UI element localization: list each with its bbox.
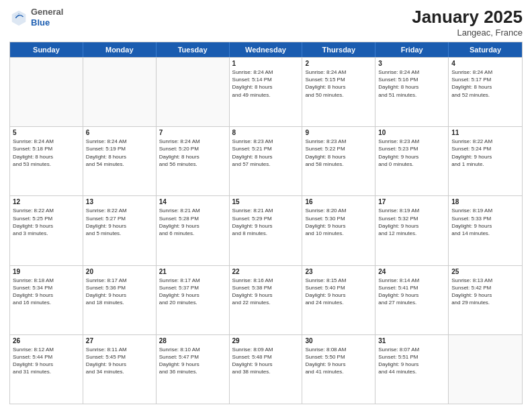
day-number: 22: [232, 268, 300, 275]
day-number: 16: [305, 198, 372, 205]
day-cell-3: 3Sunrise: 8:24 AM Sunset: 5:16 PM Daylig…: [375, 58, 449, 126]
day-cell-7: 7Sunrise: 8:24 AM Sunset: 5:20 PM Daylig…: [157, 127, 230, 195]
weekday-header-wednesday: Wednesday: [230, 42, 303, 57]
calendar-body: 1Sunrise: 8:24 AM Sunset: 5:14 PM Daylig…: [10, 57, 522, 404]
day-number: 24: [378, 268, 445, 275]
day-number: 25: [451, 268, 519, 275]
svg-marker-0: [12, 10, 26, 25]
day-cell-24: 24Sunrise: 8:14 AM Sunset: 5:41 PM Dayli…: [375, 266, 449, 334]
logo-blue: Blue: [31, 17, 50, 28]
day-cell-6: 6Sunrise: 8:24 AM Sunset: 5:19 PM Daylig…: [83, 127, 157, 195]
week-row-4: 26Sunrise: 8:12 AM Sunset: 5:44 PM Dayli…: [10, 334, 522, 404]
day-number: 23: [305, 268, 372, 275]
day-info: Sunrise: 8:12 AM Sunset: 5:44 PM Dayligh…: [13, 346, 80, 376]
empty-cell: [157, 58, 230, 126]
day-info: Sunrise: 8:22 AM Sunset: 5:27 PM Dayligh…: [86, 207, 153, 237]
day-number: 7: [159, 129, 226, 136]
day-cell-22: 22Sunrise: 8:16 AM Sunset: 5:38 PM Dayli…: [230, 266, 303, 334]
day-number: 18: [451, 198, 519, 205]
day-number: 21: [159, 268, 226, 275]
day-cell-26: 26Sunrise: 8:12 AM Sunset: 5:44 PM Dayli…: [10, 335, 83, 404]
day-cell-16: 16Sunrise: 8:20 AM Sunset: 5:30 PM Dayli…: [302, 196, 375, 265]
calendar-header: SundayMondayTuesdayWednesdayThursdayFrid…: [10, 42, 522, 57]
day-info: Sunrise: 8:24 AM Sunset: 5:16 PM Dayligh…: [378, 68, 445, 99]
day-info: Sunrise: 8:08 AM Sunset: 5:50 PM Dayligh…: [305, 346, 372, 376]
weekday-header-friday: Friday: [375, 42, 449, 57]
day-number: 5: [13, 129, 80, 136]
weekday-header-tuesday: Tuesday: [157, 42, 230, 57]
title-block: January 2025 Langeac, France: [412, 7, 523, 38]
calendar: SundayMondayTuesdayWednesdayThursdayFrid…: [9, 42, 523, 404]
day-info: Sunrise: 8:21 AM Sunset: 5:28 PM Dayligh…: [159, 207, 226, 237]
logo-text: General Blue: [31, 7, 63, 28]
day-number: 6: [86, 129, 153, 136]
day-info: Sunrise: 8:21 AM Sunset: 5:29 PM Dayligh…: [232, 207, 300, 237]
day-info: Sunrise: 8:22 AM Sunset: 5:25 PM Dayligh…: [13, 207, 80, 237]
day-number: 1: [232, 60, 300, 67]
week-row-2: 12Sunrise: 8:22 AM Sunset: 5:25 PM Dayli…: [10, 195, 522, 265]
weekday-header-monday: Monday: [83, 42, 157, 57]
day-cell-29: 29Sunrise: 8:09 AM Sunset: 5:48 PM Dayli…: [230, 335, 303, 404]
day-cell-14: 14Sunrise: 8:21 AM Sunset: 5:28 PM Dayli…: [157, 196, 230, 265]
day-info: Sunrise: 8:18 AM Sunset: 5:34 PM Dayligh…: [13, 277, 80, 307]
day-info: Sunrise: 8:24 AM Sunset: 5:14 PM Dayligh…: [232, 68, 300, 99]
day-cell-31: 31Sunrise: 8:07 AM Sunset: 5:51 PM Dayli…: [375, 335, 449, 404]
day-number: 26: [13, 337, 80, 345]
logo: General Blue: [9, 7, 63, 28]
day-info: Sunrise: 8:17 AM Sunset: 5:36 PM Dayligh…: [86, 277, 153, 307]
header: General Blue January 2025 Langeac, Franc…: [9, 7, 523, 38]
day-number: 13: [86, 198, 153, 205]
day-number: 27: [86, 337, 153, 345]
page: General Blue January 2025 Langeac, Franc…: [0, 0, 532, 411]
day-number: 4: [451, 60, 519, 67]
day-info: Sunrise: 8:07 AM Sunset: 5:51 PM Dayligh…: [378, 346, 445, 376]
day-number: 11: [451, 129, 519, 136]
day-info: Sunrise: 8:23 AM Sunset: 5:23 PM Dayligh…: [378, 138, 445, 168]
day-info: Sunrise: 8:13 AM Sunset: 5:42 PM Dayligh…: [451, 277, 519, 307]
day-info: Sunrise: 8:24 AM Sunset: 5:17 PM Dayligh…: [451, 68, 519, 99]
day-number: 8: [232, 129, 300, 136]
day-cell-18: 18Sunrise: 8:19 AM Sunset: 5:33 PM Dayli…: [449, 196, 522, 265]
day-info: Sunrise: 8:23 AM Sunset: 5:22 PM Dayligh…: [305, 138, 372, 168]
day-cell-21: 21Sunrise: 8:17 AM Sunset: 5:37 PM Dayli…: [157, 266, 230, 334]
week-row-3: 19Sunrise: 8:18 AM Sunset: 5:34 PM Dayli…: [10, 265, 522, 334]
day-cell-30: 30Sunrise: 8:08 AM Sunset: 5:50 PM Dayli…: [302, 335, 375, 404]
day-cell-8: 8Sunrise: 8:23 AM Sunset: 5:21 PM Daylig…: [230, 127, 303, 195]
day-cell-20: 20Sunrise: 8:17 AM Sunset: 5:36 PM Dayli…: [83, 266, 157, 334]
day-number: 17: [378, 198, 445, 205]
day-cell-13: 13Sunrise: 8:22 AM Sunset: 5:27 PM Dayli…: [83, 196, 157, 265]
location: Langeac, France: [412, 28, 523, 38]
day-cell-27: 27Sunrise: 8:11 AM Sunset: 5:45 PM Dayli…: [83, 335, 157, 404]
day-number: 12: [13, 198, 80, 205]
day-info: Sunrise: 8:19 AM Sunset: 5:32 PM Dayligh…: [378, 207, 445, 237]
day-cell-1: 1Sunrise: 8:24 AM Sunset: 5:14 PM Daylig…: [230, 58, 303, 126]
day-cell-19: 19Sunrise: 8:18 AM Sunset: 5:34 PM Dayli…: [10, 266, 83, 334]
week-row-0: 1Sunrise: 8:24 AM Sunset: 5:14 PM Daylig…: [10, 57, 522, 126]
day-number: 20: [86, 268, 153, 275]
day-info: Sunrise: 8:20 AM Sunset: 5:30 PM Dayligh…: [305, 207, 372, 237]
day-cell-4: 4Sunrise: 8:24 AM Sunset: 5:17 PM Daylig…: [449, 58, 522, 126]
day-info: Sunrise: 8:16 AM Sunset: 5:38 PM Dayligh…: [232, 277, 300, 307]
day-cell-9: 9Sunrise: 8:23 AM Sunset: 5:22 PM Daylig…: [302, 127, 375, 195]
day-info: Sunrise: 8:15 AM Sunset: 5:40 PM Dayligh…: [305, 277, 372, 307]
day-info: Sunrise: 8:23 AM Sunset: 5:21 PM Dayligh…: [232, 138, 300, 168]
day-cell-12: 12Sunrise: 8:22 AM Sunset: 5:25 PM Dayli…: [10, 196, 83, 265]
day-info: Sunrise: 8:17 AM Sunset: 5:37 PM Dayligh…: [159, 277, 226, 307]
day-cell-11: 11Sunrise: 8:22 AM Sunset: 5:24 PM Dayli…: [449, 127, 522, 195]
day-info: Sunrise: 8:09 AM Sunset: 5:48 PM Dayligh…: [232, 346, 300, 376]
month-title: January 2025: [412, 7, 523, 28]
empty-cell: [83, 58, 157, 126]
weekday-header-sunday: Sunday: [10, 42, 83, 57]
day-cell-15: 15Sunrise: 8:21 AM Sunset: 5:29 PM Dayli…: [230, 196, 303, 265]
day-number: 28: [159, 337, 226, 345]
day-number: 3: [378, 60, 445, 67]
day-cell-23: 23Sunrise: 8:15 AM Sunset: 5:40 PM Dayli…: [302, 266, 375, 334]
day-info: Sunrise: 8:14 AM Sunset: 5:41 PM Dayligh…: [378, 277, 445, 307]
day-number: 10: [378, 129, 445, 136]
day-info: Sunrise: 8:11 AM Sunset: 5:45 PM Dayligh…: [86, 346, 153, 376]
day-cell-2: 2Sunrise: 8:24 AM Sunset: 5:15 PM Daylig…: [302, 58, 375, 126]
day-cell-10: 10Sunrise: 8:23 AM Sunset: 5:23 PM Dayli…: [375, 127, 449, 195]
week-row-1: 5Sunrise: 8:24 AM Sunset: 5:18 PM Daylig…: [10, 126, 522, 195]
day-cell-25: 25Sunrise: 8:13 AM Sunset: 5:42 PM Dayli…: [449, 266, 522, 334]
day-info: Sunrise: 8:24 AM Sunset: 5:20 PM Dayligh…: [159, 138, 226, 168]
